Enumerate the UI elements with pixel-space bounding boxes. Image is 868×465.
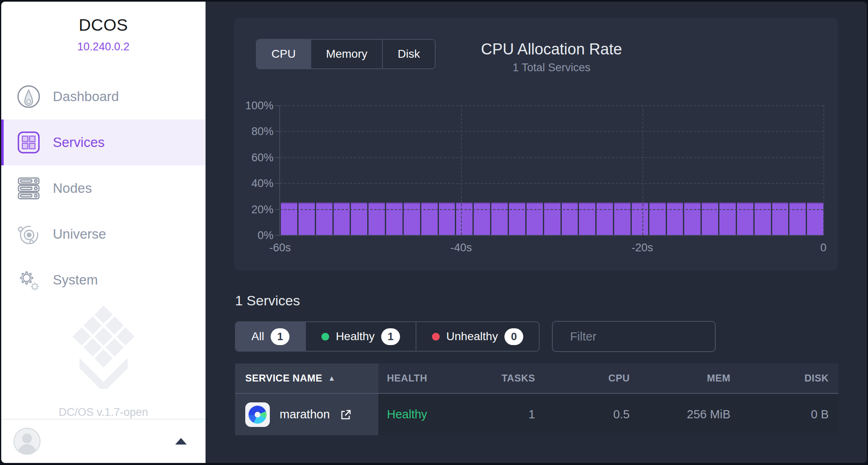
y-axis-tick-label: 20% [228,203,274,216]
health-cell: Healthy [378,394,452,435]
v-gridline [642,105,643,235]
x-axis-tick-label: 0 [820,242,826,254]
sidebar: DCOS 10.240.0.2 Dashboard [1,2,206,463]
table-header-row: SERVICE NAME ▲ HEALTH TASKS CPU MEM DISK [235,363,839,394]
service-name-cell: marathon [235,394,378,435]
cpu-allocation-bar [421,203,438,235]
marathon-swirl-icon [249,406,267,424]
cpu-allocation-bar [527,203,543,235]
col-header-mem[interactable]: MEM [630,363,730,393]
external-link-icon[interactable] [340,409,351,420]
cpu-allocation-bar [509,203,525,235]
services-table: SERVICE NAME ▲ HEALTH TASKS CPU MEM DISK… [235,363,839,435]
filter-healthy[interactable]: Healthy 1 [305,322,416,351]
cpu-allocation-bar [351,203,367,235]
v-gridline [461,105,462,235]
dcos-version: DC/OS v.1.7-open [59,406,148,419]
filter-row: All 1 Healthy 1 Unhealthy 0 [235,321,716,352]
allocation-chart-panel: CPU Memory Disk CPU Allocation Rate 1 To… [234,18,838,271]
v-gridline [823,105,824,235]
y-axis-tick-label: 0% [228,229,274,242]
unhealthy-dot-icon [432,333,440,341]
filter-unhealthy[interactable]: Unhealthy 0 [416,322,539,351]
cpu-allocation-bar [544,203,561,235]
filter-all-label: All [251,330,264,343]
cpu-allocation-bar [316,203,332,235]
filter-all-count: 1 [271,328,289,345]
col-header-tasks[interactable]: TASKS [452,363,535,393]
col-header-service-name[interactable]: SERVICE NAME ▲ [235,363,378,393]
gauge-icon [17,85,41,108]
cpu-allocation-bar [684,203,701,235]
cpu-allocation-bar [491,203,508,235]
col-header-disk[interactable]: DISK [730,363,829,393]
cpu-allocation-bar [597,203,613,235]
x-axis-tick-label: -40s [450,242,472,254]
cpu-allocation-bar [386,203,402,235]
sidebar-item-label: System [53,272,98,288]
cpu-allocation-bar [702,203,718,235]
h-gridline [280,183,823,184]
y-axis-tick-label: 80% [228,125,274,138]
filter-all[interactable]: All 1 [236,322,305,351]
cpu-allocation-bar [789,203,806,235]
cpu-allocation-bar [579,203,595,235]
nodes-servers-icon [17,176,41,200]
tab-memory[interactable]: Memory [310,40,382,68]
resource-tabs: CPU Memory Disk [256,39,436,69]
user-avatar[interactable] [14,428,41,455]
sort-ascending-icon: ▲ [328,374,335,383]
cpu-allocation-bar [368,203,385,235]
cpu-allocation-bar [439,203,455,235]
dcos-logo-watermark [61,303,147,389]
services-grid-icon [17,131,41,154]
sidebar-item-nodes[interactable]: Nodes [1,165,206,211]
y-axis-tick-mark [275,209,280,210]
service-name[interactable]: marathon [280,408,330,421]
sidebar-item-label: Services [53,135,105,150]
main-content: CPU Memory Disk CPU Allocation Rate 1 To… [206,2,867,463]
cpu-allocation-bar [737,203,753,235]
sidebar-item-label: Nodes [53,181,92,196]
sidebar-item-dashboard[interactable]: Dashboard [1,74,206,120]
sidebar-item-services[interactable]: Services [1,120,206,165]
sidebar-nav: Dashboard Services [1,74,206,303]
mem-cell: 256 MiB [630,394,730,435]
user-bar [1,419,206,463]
cpu-allocation-bar [719,203,736,235]
cpu-allocation-bar [474,203,490,235]
h-gridline [280,131,823,132]
cpu-allocation-bar [298,203,315,235]
services-count-heading: 1 Services [235,293,300,309]
col-header-health[interactable]: HEALTH [378,363,452,393]
cpu-allocation-bar [456,203,472,235]
marathon-app-icon [245,402,270,427]
tab-cpu[interactable]: CPU [257,40,310,68]
cpu-cell: 0.5 [535,394,630,435]
filter-healthy-count: 1 [381,328,400,345]
col-header-cpu[interactable]: CPU [535,363,630,393]
system-gears-icon [17,268,41,292]
y-axis-tick-label: 40% [228,177,274,190]
table-row-marathon[interactable]: marathon Healthy 1 0.5 256 MiB 0 B [235,394,839,435]
tasks-cell: 1 [452,394,535,435]
cpu-allocation-bar [404,203,420,235]
chevron-up-icon[interactable] [175,438,187,445]
cluster-ip[interactable]: 10.240.0.2 [1,41,206,53]
filter-search-box [552,321,716,352]
filter-unhealthy-label: Unhealthy [446,330,498,343]
sidebar-footer: DC/OS v.1.7-open [1,303,206,419]
tab-disk[interactable]: Disk [382,40,434,68]
universe-orbit-icon [17,222,41,246]
filter-input[interactable] [570,330,724,343]
disk-cell: 0 B [730,394,829,435]
y-axis-tick-mark [275,183,280,184]
chart-bars [281,105,823,235]
cpu-allocation-bar [755,203,771,235]
sidebar-item-system[interactable]: System [1,257,206,303]
h-gridline [280,209,823,210]
brand: DCOS 10.240.0.2 [1,2,206,53]
sidebar-item-universe[interactable]: Universe [1,211,206,257]
cpu-allocation-bar [772,203,789,235]
y-axis-tick-mark [275,157,280,158]
